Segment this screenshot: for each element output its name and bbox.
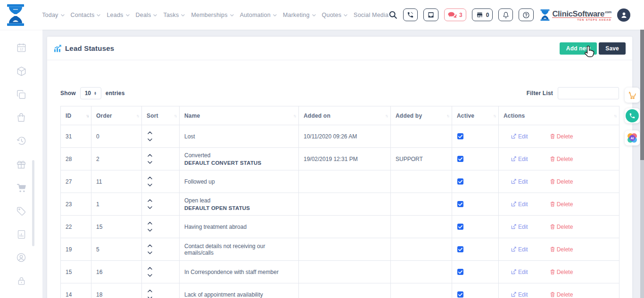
active-checkbox[interactable]	[457, 269, 463, 275]
edit-link[interactable]: Edit	[511, 269, 528, 275]
sidebar-gift-icon[interactable]	[11, 153, 32, 177]
move-up-icon[interactable]	[148, 244, 153, 247]
move-down-icon[interactable]	[148, 161, 153, 164]
sidebar-package-icon[interactable]	[11, 60, 32, 83]
column-header-actions[interactable]: Actions↑↓	[499, 106, 619, 125]
delete-link[interactable]: Delete	[550, 156, 573, 162]
cart-fab[interactable]	[625, 88, 640, 103]
active-checkbox[interactable]	[457, 224, 463, 230]
app-logo[interactable]	[0, 4, 31, 26]
move-up-icon[interactable]	[148, 290, 153, 292]
active-checkbox[interactable]	[457, 291, 463, 298]
inbox-button[interactable]	[423, 8, 438, 21]
sidebar-history-icon[interactable]	[11, 129, 32, 153]
ai-fab[interactable]: AI	[625, 130, 640, 145]
help-button[interactable]	[519, 8, 534, 21]
sidebar-report-icon[interactable]	[11, 223, 32, 246]
store-button[interactable]: 0	[472, 8, 493, 21]
delete-link[interactable]: Delete	[550, 291, 573, 298]
nav-item-marketing[interactable]: Marketing	[283, 12, 316, 18]
trash-icon	[550, 269, 555, 274]
active-checkbox[interactable]	[457, 156, 463, 162]
cell-added-on	[299, 216, 391, 238]
sort-arrows-icon: ↑↓	[86, 113, 88, 118]
delete-link[interactable]: Delete	[550, 133, 573, 140]
delete-link[interactable]: Delete	[550, 246, 573, 253]
nav-item-quotes[interactable]: Quotes	[322, 12, 348, 18]
edit-link[interactable]: Edit	[511, 156, 528, 162]
active-checkbox[interactable]	[457, 178, 463, 185]
edit-link[interactable]: Edit	[511, 291, 528, 298]
column-header-order[interactable]: Order↑↓	[91, 106, 142, 125]
delete-link[interactable]: Delete	[550, 201, 573, 208]
notifications-button[interactable]	[498, 8, 513, 21]
sidebar: 12	[0, 30, 42, 298]
phone-fab[interactable]	[625, 108, 640, 123]
delete-link[interactable]: Delete	[550, 178, 573, 185]
phone-button[interactable]	[403, 8, 418, 21]
top-bar: TodayContactsLeadsDealsTasksMembershipsA…	[0, 0, 644, 30]
sidebar-cart-icon[interactable]	[11, 176, 32, 200]
nav-item-social-media[interactable]: Social Media	[354, 12, 388, 18]
move-down-icon[interactable]	[148, 274, 153, 277]
edit-link[interactable]: Edit	[511, 178, 528, 185]
sidebar-copy-icon[interactable]	[11, 83, 32, 106]
main-content: Lead Statuses Add new Save Show 10 ▲▼ en…	[42, 30, 640, 298]
cell-active	[452, 261, 499, 283]
edit-link[interactable]: Edit	[511, 246, 528, 253]
chat-button[interactable]: 3	[444, 8, 466, 21]
move-up-icon[interactable]	[148, 177, 153, 179]
move-up-icon[interactable]	[148, 199, 153, 202]
filter-input[interactable]	[558, 87, 619, 99]
column-header-added-on[interactable]: Added on↑↓	[299, 106, 391, 125]
move-up-icon[interactable]	[148, 222, 153, 225]
page-size-select[interactable]: 10 ▲▼	[80, 87, 101, 99]
save-button[interactable]: Save	[599, 42, 626, 55]
column-header-active[interactable]: Active↑↓	[452, 106, 499, 125]
move-down-icon[interactable]	[148, 251, 153, 254]
delete-link[interactable]: Delete	[550, 269, 573, 275]
sidebar-lock-icon[interactable]	[11, 269, 32, 293]
nav-item-contacts[interactable]: Contacts	[71, 12, 101, 18]
nav-item-memberships[interactable]: Memberships	[191, 12, 233, 18]
move-down-icon[interactable]	[148, 138, 153, 141]
move-down-icon[interactable]	[148, 206, 153, 209]
move-down-icon[interactable]	[148, 184, 153, 186]
sidebar-calendar-icon[interactable]: 12	[11, 36, 32, 60]
sidebar-scrollbar-thumb[interactable]	[32, 160, 34, 246]
user-avatar[interactable]	[617, 8, 630, 22]
column-header-sort[interactable]: Sort↑↓	[142, 106, 180, 125]
sidebar-shopping-bag-icon[interactable]	[11, 106, 32, 130]
brand-logo[interactable]: ClinicSoftware.com TEN STEPS AHEAD	[540, 8, 611, 22]
count-badge: 0	[486, 12, 489, 18]
edit-link[interactable]: Edit	[511, 133, 528, 140]
active-checkbox[interactable]	[457, 246, 463, 252]
sidebar-tags-icon[interactable]	[11, 200, 32, 223]
column-header-name[interactable]: Name↑↓	[180, 106, 299, 125]
delete-link[interactable]: Delete	[550, 224, 573, 230]
move-up-icon[interactable]	[148, 131, 153, 134]
cell-active	[452, 193, 499, 216]
nav-item-tasks[interactable]: Tasks	[163, 12, 185, 18]
move-up-icon[interactable]	[148, 267, 153, 270]
nav-item-leads[interactable]: Leads	[107, 12, 129, 18]
status-default-label: DEFAULT CONVERT STATUS	[184, 160, 294, 166]
move-up-icon[interactable]	[148, 154, 153, 157]
sort-arrows-icon: ↑↓	[293, 113, 296, 118]
nav-item-deals[interactable]: Deals	[136, 12, 157, 18]
page-scrollbar[interactable]	[640, 30, 644, 298]
move-down-icon[interactable]	[148, 229, 153, 232]
edit-link[interactable]: Edit	[511, 224, 528, 230]
page-scrollbar-thumb[interactable]	[640, 30, 644, 160]
active-checkbox[interactable]	[457, 201, 463, 207]
active-checkbox[interactable]	[457, 133, 463, 139]
sidebar-account-icon[interactable]	[11, 246, 32, 270]
add-new-button[interactable]: Add new	[560, 42, 597, 55]
column-header-added-by[interactable]: Added by↑↓	[391, 106, 452, 125]
search-icon[interactable]	[388, 10, 397, 19]
edit-link[interactable]: Edit	[511, 201, 528, 208]
column-header-id[interactable]: ID↑↓	[61, 106, 91, 125]
nav-item-automation[interactable]: Automation	[240, 12, 277, 18]
nav-item-today[interactable]: Today	[42, 12, 64, 18]
cell-added-by	[391, 283, 452, 298]
